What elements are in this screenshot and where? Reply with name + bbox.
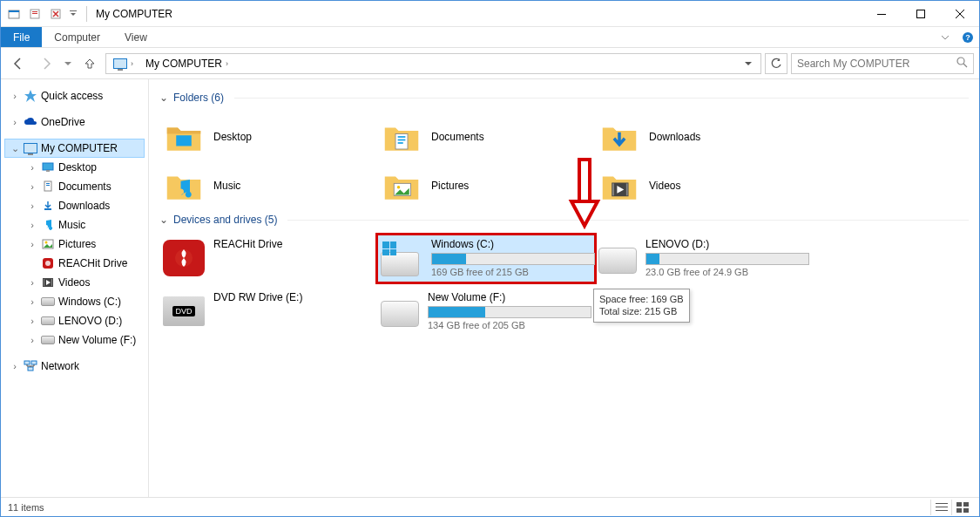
properties-icon[interactable] [25, 4, 44, 24]
svg-rect-38 [626, 183, 628, 195]
folders-grid: Desktop Documents Downloads Music Pictur… [159, 112, 969, 210]
minimize-button[interactable] [862, 1, 901, 26]
tree-network[interactable]: › Network [4, 357, 145, 376]
tree-quick-access[interactable]: › Quick access [4, 86, 145, 105]
hdd-icon [598, 240, 637, 276]
tree-lenovo-d[interactable]: ›LENOVO (D:) [4, 311, 145, 330]
reachit-icon [41, 256, 55, 270]
capacity-bar [431, 253, 595, 265]
app-menu-icon[interactable] [4, 4, 24, 24]
drive-free-text: 134 GB free of 205 GB [428, 320, 591, 330]
chevron-right-icon[interactable]: › [226, 59, 228, 68]
tree-reachit[interactable]: ›REACHit Drive [4, 254, 145, 273]
folder-downloads[interactable]: Downloads [595, 112, 813, 161]
up-button[interactable] [78, 51, 102, 76]
tree-desktop[interactable]: ›Desktop [4, 158, 145, 177]
svg-rect-31 [398, 136, 406, 138]
drive-windows-c[interactable]: Windows (C:) 169 GB free of 215 GB [377, 235, 595, 282]
expand-icon[interactable]: › [10, 91, 20, 101]
chevron-down-icon: ⌄ [159, 92, 168, 104]
maximize-button[interactable] [901, 1, 940, 26]
documents-folder-icon [381, 119, 422, 155]
folder-videos[interactable]: Videos [595, 161, 813, 210]
svg-rect-14 [46, 170, 50, 172]
navigation-bar: › My COMPUTER › [1, 48, 979, 79]
tree-videos[interactable]: ›Videos [4, 273, 145, 292]
breadcrumb-current[interactable]: My COMPUTER › [142, 58, 232, 70]
tree-downloads[interactable]: ›Downloads [4, 196, 145, 215]
large-icons-view-button[interactable] [951, 500, 972, 515]
address-dropdown-icon[interactable] [740, 54, 757, 73]
status-text: 11 items [8, 502, 44, 513]
tree-music[interactable]: ›Music [4, 215, 145, 235]
svg-rect-13 [43, 163, 53, 170]
drive-dvd-e[interactable]: DVD DVD RW Drive (E:) [159, 288, 377, 336]
drive-label: DVD RW Drive (E:) [213, 291, 374, 303]
qat-dropdown-icon[interactable] [67, 4, 79, 24]
tree-label: Downloads [58, 200, 110, 212]
svg-point-20 [45, 241, 48, 244]
svg-rect-1 [9, 10, 19, 12]
refresh-button[interactable] [765, 53, 787, 74]
svg-rect-7 [877, 14, 886, 15]
tree-label: Windows (C:) [58, 296, 121, 308]
tab-computer[interactable]: Computer [42, 27, 112, 47]
separator [287, 220, 969, 221]
tree-label: Documents [58, 180, 112, 193]
details-view-button[interactable] [930, 500, 951, 515]
content-pane: ⌄ Folders (6) Desktop Documents Download… [149, 79, 979, 497]
svg-point-35 [397, 186, 401, 189]
help-icon[interactable]: ? [956, 27, 979, 47]
folder-desktop[interactable]: Desktop [159, 112, 377, 161]
tree-label: LENOVO (D:) [58, 315, 122, 327]
monitor-icon [24, 141, 37, 155]
tree-pictures[interactable]: ›Pictures [4, 235, 145, 254]
close-button[interactable] [940, 1, 979, 26]
section-drives-header[interactable]: ⌄ Devices and drives (5) [159, 214, 969, 226]
tree-my-computer[interactable]: ⌄ My COMPUTER [4, 139, 145, 158]
folder-documents[interactable]: Documents [377, 112, 595, 161]
section-title: Folders (6) [173, 92, 224, 104]
drive-icon [41, 333, 55, 347]
svg-point-11 [957, 58, 964, 65]
drive-reachit[interactable]: REACHit Drive [159, 235, 377, 282]
expand-icon[interactable]: › [10, 361, 20, 371]
svg-rect-47 [963, 508, 969, 513]
folder-pictures[interactable]: Pictures [377, 161, 595, 210]
network-icon [24, 359, 37, 373]
folder-music[interactable]: Music [159, 161, 377, 210]
chevron-right-icon[interactable]: › [131, 59, 133, 68]
tree-label: Music [58, 219, 85, 231]
section-folders-header[interactable]: ⌄ Folders (6) [159, 92, 969, 104]
folder-label: Downloads [649, 131, 700, 143]
breadcrumb-root[interactable]: › [110, 57, 137, 71]
search-icon[interactable] [956, 56, 968, 71]
new-folder-icon[interactable] [46, 4, 65, 24]
breadcrumb-label: My COMPUTER [145, 58, 222, 70]
forward-button[interactable] [34, 51, 58, 76]
expand-ribbon-icon[interactable] [934, 27, 956, 47]
address-bar[interactable]: › My COMPUTER › [105, 53, 761, 74]
collapse-icon[interactable]: ⌄ [10, 143, 20, 154]
recent-locations-icon[interactable] [62, 51, 74, 76]
back-button[interactable] [6, 51, 30, 76]
expand-icon[interactable]: › [10, 117, 20, 127]
drive-new-volume-f[interactable]: New Volume (F:) 134 GB free of 205 GB [377, 288, 595, 336]
tree-onedrive[interactable]: › OneDrive [4, 112, 145, 132]
svg-text:?: ? [965, 33, 970, 42]
search-input[interactable] [797, 58, 956, 70]
drive-label: LENOVO (D:) [645, 238, 809, 250]
section-title: Devices and drives (5) [173, 214, 277, 226]
drive-label: New Volume (F:) [428, 291, 591, 303]
drive-lenovo-d[interactable]: LENOVO (D:) 23.0 GB free of 24.9 GB [595, 235, 813, 282]
svg-rect-28 [28, 367, 33, 371]
music-folder-icon [163, 167, 205, 204]
tree-new-volume-f[interactable]: ›New Volume (F:) [4, 330, 145, 350]
folder-label: Pictures [431, 180, 469, 192]
tree-documents[interactable]: ›Documents [4, 177, 145, 196]
tab-view[interactable]: View [112, 27, 159, 47]
search-box[interactable] [791, 53, 974, 74]
tree-label: REACHit Drive [58, 257, 127, 269]
tree-windows-c[interactable]: ›Windows (C:) [4, 292, 145, 311]
file-tab[interactable]: File [1, 27, 42, 47]
